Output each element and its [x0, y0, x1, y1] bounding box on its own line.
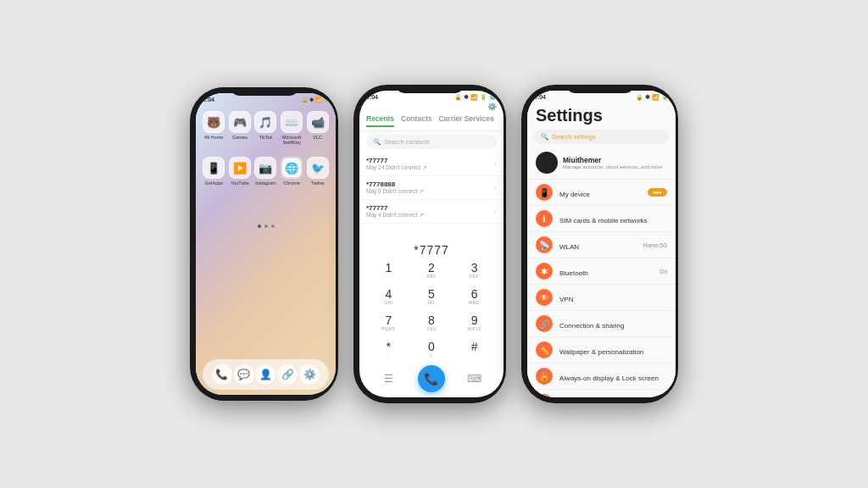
app-icon-getapps: 📱 [203, 157, 225, 179]
settings-item-wallpaper[interactable]: ✏️ Wallpaper & personalization [527, 337, 676, 363]
app-games[interactable]: 🎮 Games [229, 111, 252, 145]
dial-input-display[interactable]: *7777 [359, 240, 504, 258]
app-mi-home[interactable]: 🐻 Mi Home [203, 111, 225, 145]
status-time-home: 9:04 [203, 97, 214, 103]
dock-contacts[interactable]: 👤 [255, 364, 275, 385]
settings-text-connection: Connection & sharing [559, 316, 667, 331]
app-instagram[interactable]: 📷 Instagram [254, 157, 277, 186]
dial-digit-1: 1 [385, 262, 392, 274]
settings-icon-display: ☀️ [536, 394, 553, 397]
dial-key-star[interactable]: * , [368, 337, 409, 362]
settings-item-bluetooth[interactable]: ✱ Bluetooth On [527, 258, 676, 285]
app-swiftkey[interactable]: ⌨️ Microsoft SwiftKey [281, 111, 303, 145]
settings-search-placeholder: Search settings [552, 133, 596, 141]
call-item-1[interactable]: *77777 May 24 Didn't connect ↗ › [359, 152, 504, 176]
search-contacts-bar[interactable]: 🔍 Search contacts [366, 135, 497, 149]
dot-1 [258, 225, 261, 228]
profile-avatar [536, 152, 558, 174]
dial-action-bar: ☰ 📞 ⌨ [359, 362, 504, 397]
call-detail-1: May 24 Didn't connect ↗ [366, 164, 494, 171]
call-item-2[interactable]: *7778888 May 9 Didn't connect ↗ › [359, 176, 504, 200]
dial-key-2[interactable]: 2 ABC [411, 258, 453, 283]
dialer-settings-icon[interactable]: ⚙️ [487, 103, 497, 111]
dialer-tab-bar: Recents Contacts Carrier Services [359, 111, 504, 131]
dial-digit-6: 6 [471, 288, 478, 300]
dock-messages[interactable]: 💬 [234, 364, 254, 385]
app-icon-chrome: 🌐 [281, 157, 303, 179]
settings-item-vpn[interactable]: 👁 VPN [527, 285, 676, 311]
app-tiktok[interactable]: 🎵 TikTok [254, 111, 277, 145]
settings-profile[interactable]: Miuithemer Manage accounts, cloud servic… [527, 147, 676, 180]
settings-label-connection: Connection & sharing [559, 322, 625, 330]
dial-digit-9: 9 [471, 314, 478, 326]
settings-item-connection[interactable]: 🔗 Connection & sharing [527, 311, 676, 337]
settings-list: 📱 My device ●●● ℹ SIM cards & mobile net… [527, 180, 676, 397]
dial-key-hash[interactable]: # [453, 337, 495, 362]
dial-key-9[interactable]: 9 WXYZ [453, 311, 495, 336]
tab-carrier-services[interactable]: Carrier Services [438, 114, 493, 127]
settings-icon-vpn: 👁 [536, 289, 553, 306]
tab-contacts[interactable]: Contacts [401, 114, 431, 127]
app-chrome[interactable]: 🌐 Chrome [281, 157, 303, 186]
app-label-getapps: GetApps [205, 180, 223, 186]
call-button[interactable]: 📞 [418, 365, 445, 392]
app-dock: 📞 💬 👤 🔗 ⚙️ [203, 359, 329, 390]
app-label-youtube: YouTube [231, 180, 249, 186]
status-bar-home: 9:04 🔒 ✱ 📶 🔋 [196, 93, 336, 104]
dial-key-6[interactable]: 6 MNO [453, 285, 495, 309]
settings-text-bluetooth: Bluetooth [559, 263, 653, 279]
call-arrow-3: › [494, 208, 497, 215]
dial-key-1[interactable]: 1 [368, 258, 409, 283]
recent-calls-list: *77777 May 24 Didn't connect ↗ › *777888… [359, 152, 504, 240]
app-label-vlc: VLC [313, 135, 322, 140]
settings-item-sim[interactable]: ℹ SIM cards & mobile networks [527, 206, 676, 232]
dial-letters-2: ABC [426, 274, 437, 280]
settings-search-bar[interactable]: 🔍 Search settings [534, 130, 669, 144]
dial-key-7[interactable]: 7 PQRS [368, 311, 409, 336]
app-label-mi-home: Mi Home [204, 135, 223, 140]
call-number-3: *77777 [366, 204, 494, 212]
app-vlc[interactable]: 📹 VLC [306, 111, 329, 145]
settings-item-lockscreen[interactable]: 🔓 Always-on display & Lock screen [527, 363, 676, 390]
dial-key-3[interactable]: 3 DEF [453, 258, 495, 283]
call-arrow-1: › [494, 160, 497, 168]
call-info-2: *7778888 May 9 Didn't connect ↗ [366, 180, 494, 195]
dial-letters-5: JKL [427, 300, 436, 306]
settings-icon-bluetooth: ✱ [536, 263, 553, 280]
profile-name: Miuithemer [563, 156, 667, 164]
settings-text-display: Display [559, 395, 667, 397]
dock-phone[interactable]: 📞 [212, 364, 232, 385]
app-label-twitter: Twitter [311, 180, 325, 186]
settings-item-mydevice[interactable]: 📱 My device ●●● [527, 180, 676, 206]
voicemail-icon[interactable]: ☰ [376, 373, 400, 385]
dial-key-5[interactable]: 5 JKL [411, 285, 453, 309]
dock-share[interactable]: 🔗 [277, 364, 298, 385]
app-twitter[interactable]: 🐦 Twitter [306, 157, 329, 186]
settings-item-wlan[interactable]: 📡 WLAN Home-5G [527, 232, 676, 258]
profile-info: Miuithemer Manage accounts, cloud servic… [563, 156, 667, 169]
phone-homescreen: 9:04 🔒 ✱ 📶 🔋 🐻 Mi Home 🎮 Games [190, 87, 338, 401]
dialpad-icon[interactable]: ⌨ [463, 373, 487, 385]
dial-letters-4: GHI [384, 300, 392, 306]
status-bar-settings: 9:04 🔒 ✱ 📶 🔋 [527, 91, 676, 103]
app-youtube[interactable]: ▶️ YouTube [229, 157, 252, 186]
status-time-settings: 9:04 [534, 94, 546, 101]
app-label-chrome: Chrome [283, 180, 300, 186]
dot-2 [264, 225, 268, 228]
app-getapps[interactable]: 📱 GetApps [203, 157, 225, 186]
settings-search-icon: 🔍 [541, 133, 548, 141]
tab-recents[interactable]: Recents [366, 114, 394, 127]
settings-icon-lockscreen: 🔓 [536, 368, 553, 385]
dial-key-0[interactable]: 0 + [411, 337, 453, 362]
phone-settings: 9:04 🔒 ✱ 📶 🔋 Settings 🔍 Search settings … [521, 85, 678, 403]
dial-key-4[interactable]: 4 GHI [368, 285, 409, 309]
dial-key-8[interactable]: 8 TUV [411, 311, 453, 336]
settings-item-display[interactable]: ☀️ Display [527, 390, 676, 397]
dial-digit-3: 3 [471, 262, 478, 274]
call-item-3[interactable]: *77777 May 4 Didn't connect ↗ › [359, 200, 504, 224]
status-bar-dialer: 9:04 🔒 ✱ 📶 🔋 ⚙️ [359, 91, 504, 103]
dial-letters-9: WXYZ [467, 326, 481, 332]
app-icon-instagram: 📷 [254, 157, 276, 179]
dial-digit-8: 8 [428, 314, 435, 326]
dock-settings[interactable]: ⚙️ [299, 364, 320, 385]
